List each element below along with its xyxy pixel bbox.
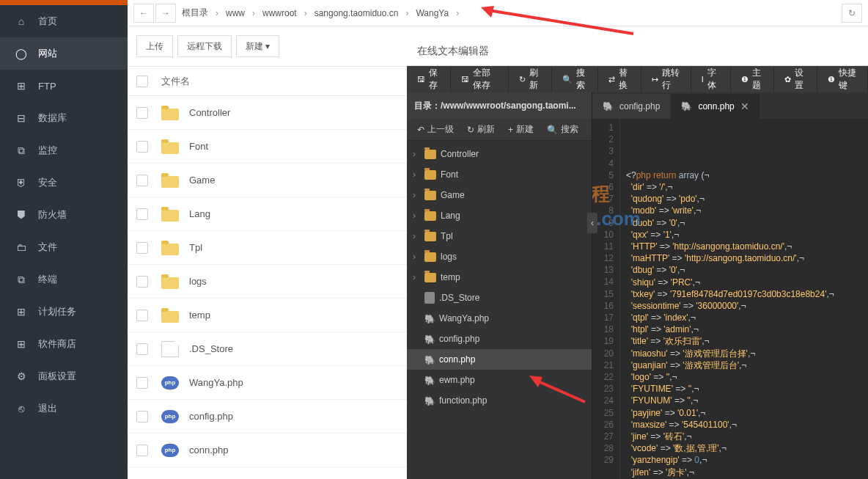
forward-button[interactable]: → [155, 4, 176, 23]
row-checkbox[interactable] [136, 175, 148, 186]
editor-btn-主题[interactable]: ❶主题 [731, 66, 775, 92]
row-checkbox[interactable] [136, 377, 148, 389]
tree-item[interactable]: ›Tpl [407, 226, 592, 246]
tree-item-name: Lang [441, 211, 460, 221]
editor-btn-刷新[interactable]: ↻刷新 [509, 66, 552, 92]
php-icon: php [161, 444, 179, 457]
row-checkbox[interactable] [136, 343, 148, 355]
tree-item[interactable]: 🐘conn.php [407, 349, 592, 370]
row-checkbox[interactable] [136, 411, 148, 423]
folder-icon [161, 274, 179, 289]
editor-tab[interactable]: 🐘conn.php✕ [671, 94, 759, 119]
tree-search-button[interactable]: 🔍搜索 [541, 120, 584, 139]
tree-up-button[interactable]: ↶上一级 [411, 120, 460, 139]
editor-tabs: 🐘config.php🐘conn.php✕ [592, 92, 868, 119]
editor-btn-设置[interactable]: ✿设置 [774, 66, 817, 92]
code-area[interactable]: 1234567891011121314151617181920212223242… [592, 119, 868, 479]
file-name: temp [189, 310, 210, 321]
tree-item[interactable]: ›temp [407, 267, 592, 288]
folder-icon [424, 211, 436, 221]
tree-list[interactable]: ›Controller›Font›Game›Lang›Tpl›logs›temp… [407, 141, 592, 479]
row-checkbox[interactable] [136, 141, 148, 153]
tree-panel: 目录：/www/wwwroot/sangong.taomi... ↶上一级 ↻刷… [407, 92, 592, 479]
editor-btn-保存[interactable]: 🖫保存 [407, 66, 451, 92]
row-checkbox[interactable] [136, 107, 148, 119]
caret-icon: › [413, 211, 420, 221]
row-checkbox[interactable] [136, 276, 148, 288]
toolbar-icon: ❶ [741, 75, 749, 84]
column-name[interactable]: 文件名 [161, 75, 190, 88]
tree-item[interactable]: ›logs [407, 246, 592, 267]
toolbar-label: 跳转行 [662, 67, 680, 92]
sidebar-label: 软件商店 [38, 337, 76, 351]
editor-btn-字体[interactable]: I字体 [691, 66, 731, 92]
sidebar-icon: ⊟ [13, 112, 29, 124]
tree-item[interactable]: 🐘WangYa.php [407, 308, 592, 329]
sidebar-label: FTP [38, 81, 56, 92]
tree-path: 目录：/www/wwwroot/sangong.taomi... [407, 92, 592, 119]
tree-item[interactable]: 🐘ewm.php [407, 370, 592, 390]
sidebar-item-3[interactable]: ⊟数据库 [0, 102, 128, 134]
sidebar-item-11[interactable]: ⚙面板设置 [0, 360, 128, 392]
editor-tab[interactable]: 🐘config.php [592, 94, 670, 119]
breadcrumb-segment[interactable]: WangYa [411, 8, 453, 18]
tree-item[interactable]: 🐘function.php [407, 390, 592, 411]
sidebar-item-7[interactable]: 🗀文件 [0, 231, 128, 263]
back-button[interactable]: ← [133, 4, 154, 23]
file-icon [161, 341, 179, 357]
close-icon[interactable]: ✕ [740, 100, 749, 112]
sidebar-item-6[interactable]: ⛊防火墙 [0, 199, 128, 231]
folder-icon [161, 207, 179, 222]
php-icon: 🐘 [424, 334, 435, 343]
editor-btn-搜索[interactable]: 🔍搜索 [552, 66, 598, 92]
sidebar-label: 计划任务 [38, 305, 76, 318]
sidebar-item-9[interactable]: ⊞计划任务 [0, 296, 128, 328]
file-name: WangYa.php [189, 377, 243, 388]
tree-new-button[interactable]: +新建 [502, 120, 540, 139]
editor-btn-快捷键[interactable]: ❶快捷键 [817, 66, 868, 92]
row-checkbox[interactable] [136, 242, 148, 254]
row-checkbox[interactable] [136, 208, 148, 220]
upload-button[interactable]: 上传 [136, 35, 173, 57]
new-button[interactable]: 新建 ▾ [236, 35, 279, 57]
code-content[interactable]: 老吴搭建教程 weixiaolive.com <?php return arra… [620, 119, 868, 479]
breadcrumb-segment[interactable]: wwwroot [258, 8, 301, 18]
sidebar-item-2[interactable]: ⊞FTP [0, 70, 128, 102]
path-refresh-button[interactable]: ↻ [842, 4, 862, 23]
breadcrumb-segment[interactable]: 根目录 [177, 7, 213, 19]
sidebar-label: 数据库 [38, 111, 67, 125]
tree-item[interactable]: ›Lang [407, 205, 592, 226]
tree-item[interactable]: ›Font [407, 164, 592, 185]
row-checkbox[interactable] [136, 310, 148, 321]
editor-btn-替换[interactable]: ⇄替换 [598, 66, 641, 92]
tree-item[interactable]: ›Controller [407, 144, 592, 164]
toolbar-label: 保存 [429, 67, 440, 92]
select-all-checkbox[interactable] [136, 76, 148, 87]
sidebar-label: 监控 [38, 144, 57, 157]
sidebar-item-10[interactable]: ⊞软件商店 [0, 328, 128, 360]
sidebar-item-4[interactable]: ⧉监控 [0, 134, 128, 167]
breadcrumb-segment[interactable]: sangong.taomiduo.cn [310, 8, 403, 18]
tree-item[interactable]: ›Game [407, 185, 592, 205]
remote-download-button[interactable]: 远程下载 [177, 35, 232, 57]
sidebar-item-12[interactable]: ⎋退出 [0, 392, 128, 425]
caret-icon: › [413, 149, 420, 159]
editor-btn-跳转行[interactable]: ↦跳转行 [641, 66, 691, 92]
editor-btn-全部保存[interactable]: 🖫全部保存 [451, 66, 509, 92]
breadcrumb-separator: › [213, 8, 221, 18]
breadcrumb-segment[interactable]: www [221, 8, 249, 18]
sidebar-icon: ⊞ [13, 338, 29, 350]
tree-refresh-button[interactable]: ↻刷新 [461, 120, 501, 139]
sidebar-item-1[interactable]: ◯网站 [0, 37, 128, 70]
tab-name: conn.php [698, 101, 734, 111]
row-checkbox[interactable] [136, 445, 148, 456]
sidebar-label: 退出 [38, 402, 57, 415]
folder-icon [424, 232, 436, 241]
breadcrumb-separator: › [249, 8, 258, 18]
sidebar-item-5[interactable]: ⛨安全 [0, 167, 128, 199]
collapse-handle[interactable]: ‹ [587, 213, 597, 233]
tree-item[interactable]: .DS_Store [407, 288, 592, 308]
sidebar-item-8[interactable]: ⧉终端 [0, 263, 128, 296]
sidebar-item-0[interactable]: ⌂首页 [0, 5, 128, 37]
tree-item[interactable]: 🐘config.php [407, 329, 592, 349]
